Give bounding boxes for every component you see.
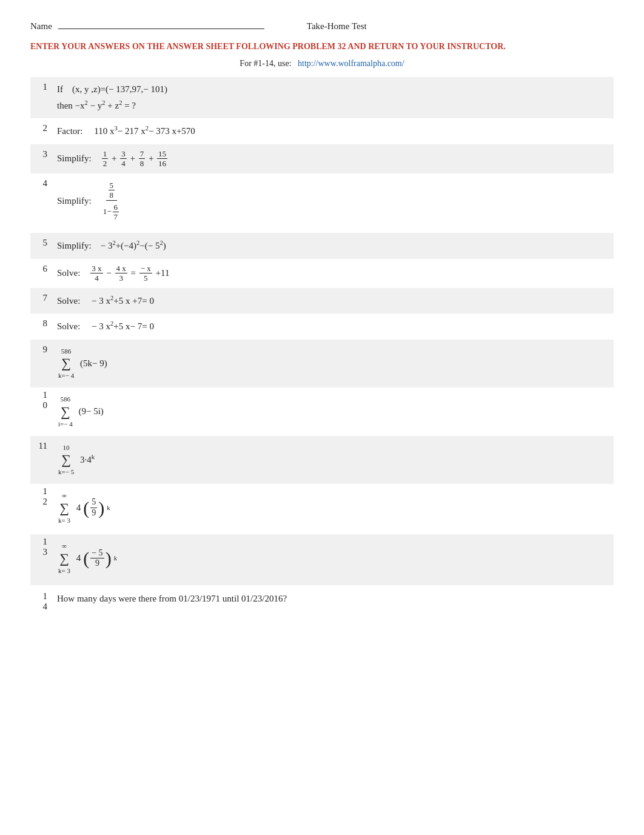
prob11-expr: 3·4k [78,452,95,468]
prob10-sigma: 586 ∑ i=− 4 [58,394,73,429]
prob-content-14: How many days were there from 01/23/1971… [53,585,614,617]
prob-content-7: Solve: − 3 x2+5 x +7= 0 [53,288,614,314]
frac-1-2: 12 [102,149,109,169]
prob10-sigma-row: 586 ∑ i=− 4 (9− 5i) [57,394,608,429]
prob13-sigma: ∞ ∑ k= 3 [58,540,70,576]
prob-num-10-top: 1 [43,390,48,400]
frac-neg5-9-13: − 59 [90,548,104,569]
prob1-coords: (x, y ,z)=(− 137,97,− 101) [72,84,167,94]
table-row: 4 Simplify: 58 1−67 [30,173,614,233]
prob6-label: Solve: [57,267,87,277]
prob12-expr: 4 [74,500,81,516]
prob7-expr: − 3 x2+5 x +7= 0 [92,296,154,306]
prob12-sigma: ∞ ∑ k= 3 [58,490,70,526]
header: Name Take-Home Test [30,18,614,32]
prob-content-12: ∞ ∑ k= 3 4 ( 59 ) k [53,484,614,534]
table-row: 1 4 How many days were there from 01/23/… [30,585,614,617]
table-row: 1 0 586 ∑ i=− 4 (9− 5i) [30,387,614,435]
frac-5-8-inner: 58 [109,181,115,200]
prob10-expr: (9− 5i) [76,404,104,420]
prob13-paren-frac: ( − 59 ) [83,548,111,569]
prob11-sigma-row: 10 ∑ k=− 5 3·4k [57,442,608,478]
prob2-label: Factor: [57,126,92,136]
prob-num-14: 1 4 [30,585,53,617]
table-row: 1 3 ∞ ∑ k= 3 4 ( − 59 ) [30,534,614,585]
prob-num-3: 3 [30,144,53,173]
prob-content-5: Simplify: − 32+(−4)2−(− 52) [53,233,614,259]
frac-3-4: 34 [120,149,127,169]
prob-content-1: If (x, y ,z)=(− 137,97,− 101) then −x2 −… [53,77,614,118]
frac-15-16: 1516 [157,149,167,169]
table-row: 6 Solve: 3 x4 − 4 x3 = − x5 +11 [30,259,614,288]
prob3-label: Simplify: [57,153,98,163]
table-row: 7 Solve: − 3 x2+5 x +7= 0 [30,288,614,314]
prob-num-10-bot: 0 [43,400,48,411]
prob9-sigma-row: 586 ∑ k=− 4 (5k− 9) [57,346,608,381]
prob5-label: Simplify: [57,241,98,250]
prob-num-6: 6 [30,259,53,288]
for-text: For #1-14, use: [240,59,291,68]
frac-6-7-inner: 67 [113,203,119,222]
prob-num-10: 1 0 [30,387,53,435]
prob-content-2: Factor: 110 x3− 217 x2− 373 x+570 [53,118,614,144]
prob-num-4: 4 [30,173,53,233]
prob13-sigma-row: ∞ ∑ k= 3 4 ( − 59 ) k [57,540,608,576]
prob8-label: Solve: [57,321,89,331]
table-row: 5 Simplify: − 32+(−4)2−(− 52) [30,233,614,259]
prob-num-9: 9 [30,340,53,387]
prob1-expr: then −x2 − y2 + z2 = ? [57,101,136,110]
prob4-outer-frac: 58 1−67 [102,181,121,222]
prob-content-9: 586 ∑ k=− 4 (5k− 9) [53,340,614,387]
table-row: 1 If (x, y ,z)=(− 137,97,− 101) then −x2… [30,77,614,118]
frac-neg-x-5: − x5 [139,264,152,283]
table-row: 1 2 ∞ ∑ k= 3 4 ( 59 ) [30,484,614,534]
prob5-expr: − 32+(−4)2−(− 52) [101,241,166,250]
table-row: 9 586 ∑ k=− 4 (5k− 9) [30,340,614,387]
problems-table: 1 If (x, y ,z)=(− 137,97,− 101) then −x2… [30,77,614,617]
prob-content-8: Solve: − 3 x2+5 x− 7= 0 [53,314,614,340]
prob-num-1: 1 [30,77,53,118]
if-label: If [57,84,70,94]
prob-num-12: 1 2 [30,484,53,534]
prob-num-8: 8 [30,314,53,340]
prob9-sigma: 586 ∑ k=− 4 [58,346,74,381]
name-label: Name [30,21,52,32]
table-row: 2 Factor: 110 x3− 217 x2− 373 x+570 [30,118,614,144]
prob-content-6: Solve: 3 x4 − 4 x3 = − x5 +11 [53,259,614,288]
table-row: 11 10 ∑ k=− 5 3·4k [30,436,614,484]
prob8-expr: − 3 x2+5 x− 7= 0 [92,321,154,331]
prob9-expr: (5k− 9) [78,356,107,372]
instructions: ENTER YOUR ANSWERS ON THE ANSWER SHEET F… [30,40,614,53]
prob-num-7: 7 [30,288,53,314]
prob-num-13: 1 3 [30,534,53,585]
prob-content-13: ∞ ∑ k= 3 4 ( − 59 ) k [53,534,614,585]
table-row: 8 Solve: − 3 x2+5 x− 7= 0 [30,314,614,340]
prob11-sigma: 10 ∑ k=− 5 [58,442,74,478]
prob12-paren-frac: ( 59 ) [83,497,104,518]
frac-7-8: 78 [139,149,146,169]
name-underline [58,18,264,29]
prob-content-4: Simplify: 58 1−67 [53,173,614,233]
prob7-label: Solve: [57,296,89,306]
table-row: 3 Simplify: 12 + 34 + 78 + 1516 [30,144,614,173]
prob-content-3: Simplify: 12 + 34 + 78 + 1516 [53,144,614,173]
prob-num-5: 5 [30,233,53,259]
wolfram-link[interactable]: http://www.wolframalpha.com/ [298,59,404,68]
for-line: For #1-14, use: http://www.wolframalpha.… [30,59,614,69]
frac-5-9-12: 59 [90,497,97,518]
prob2-expr: 110 x3− 217 x2− 373 x+570 [94,126,195,136]
prob4-label: Simplify: [57,195,98,205]
take-home-title: Take-Home Test [307,21,367,32]
prob13-expr: 4 [74,551,81,566]
prob12-sigma-row: ∞ ∑ k= 3 4 ( 59 ) k [57,490,608,526]
frac-3x-4: 3 x4 [90,264,102,283]
prob-num-2: 2 [30,118,53,144]
frac-4x-3: 4 x3 [115,264,127,283]
prob-num-11: 11 [30,436,53,484]
prob-content-10: 586 ∑ i=− 4 (9− 5i) [53,387,614,435]
prob14-text: How many days were there from 01/23/1971… [57,594,287,603]
prob-content-11: 10 ∑ k=− 5 3·4k [53,436,614,484]
